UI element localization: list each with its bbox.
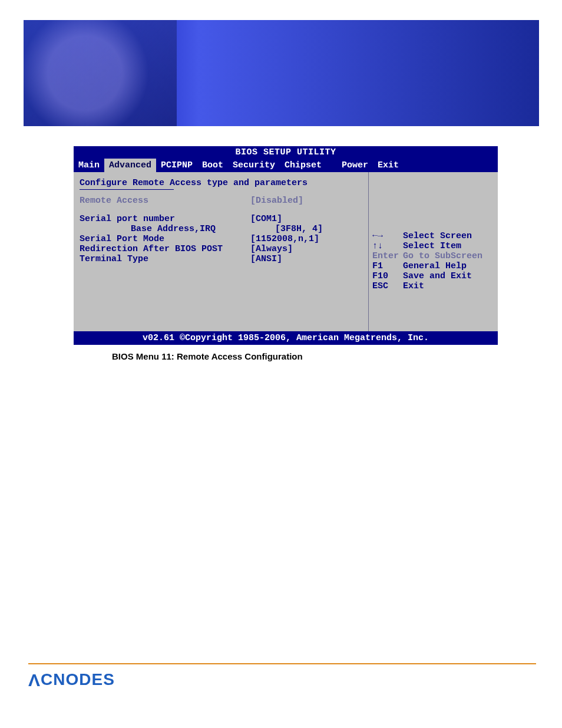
setting-base-address-irq: Base Address,IRQ [3F8H, 4] bbox=[80, 224, 362, 234]
help-text: Exit bbox=[403, 281, 424, 291]
help-exit: ESC Exit bbox=[372, 281, 494, 291]
setting-value: [1152008,n,1] bbox=[250, 234, 319, 244]
brand-name: CNODES bbox=[41, 670, 115, 689]
setting-redirection-after-post[interactable]: Redirection After BIOS POST [Always] bbox=[80, 244, 362, 254]
caption-text: BIOS Menu 11: Remote Access Configuratio… bbox=[112, 351, 303, 361]
tab-main[interactable]: Main bbox=[74, 159, 104, 172]
tab-exit[interactable]: Exit bbox=[373, 159, 404, 172]
brand-logo: ΛCNODES bbox=[28, 670, 115, 690]
help-text: Select Item bbox=[403, 241, 461, 251]
help-enter-subscreen: Enter Go to SubScreen bbox=[372, 251, 494, 261]
setting-label: Serial port number bbox=[80, 214, 250, 224]
page-header-banner bbox=[24, 20, 539, 126]
help-key: Enter bbox=[372, 251, 403, 261]
bios-help-panel: ←→ Select Screen ↑↓ Select Item Enter Go… bbox=[368, 172, 498, 331]
tab-pcipnp[interactable]: PCIPNP bbox=[156, 159, 197, 172]
tab-power[interactable]: Power bbox=[337, 159, 373, 172]
setting-label: Remote Access bbox=[80, 196, 250, 206]
heading-underline bbox=[80, 189, 174, 190]
help-key: ESC bbox=[372, 281, 403, 291]
circuit-graphic bbox=[24, 20, 177, 126]
bios-settings-panel: Configure Remote Access type and paramet… bbox=[74, 172, 368, 331]
tab-boot[interactable]: Boot bbox=[197, 159, 228, 172]
setting-label: Redirection After BIOS POST bbox=[80, 244, 250, 254]
figure-caption: BIOS Menu 11: Remote Access Configuratio… bbox=[112, 351, 303, 361]
setting-label: Serial Port Mode bbox=[80, 234, 250, 244]
bios-title: BIOS SETUP UTILITY bbox=[74, 146, 498, 159]
footer-divider bbox=[28, 663, 536, 664]
help-text: General Help bbox=[403, 261, 467, 271]
help-key: ↑↓ bbox=[372, 241, 403, 251]
setting-value: [ANSI] bbox=[250, 254, 282, 264]
setting-label: Terminal Type bbox=[80, 254, 250, 264]
help-key: F10 bbox=[372, 271, 403, 281]
bios-footer: v02.61 ©Copyright 1985-2006, American Me… bbox=[74, 331, 498, 345]
setting-remote-access[interactable]: Remote Access [Disabled] bbox=[80, 196, 362, 206]
help-text: Go to SubScreen bbox=[403, 251, 482, 261]
logo-mark-icon: Λ bbox=[28, 670, 41, 690]
setting-value: [COM1] bbox=[250, 214, 282, 224]
setting-label: Base Address,IRQ bbox=[80, 224, 275, 234]
tab-chipset[interactable]: Chipset bbox=[280, 159, 326, 172]
help-key: F1 bbox=[372, 261, 403, 271]
setting-value: [Disabled] bbox=[250, 196, 303, 206]
setting-serial-port-mode[interactable]: Serial Port Mode [1152008,n,1] bbox=[80, 234, 362, 244]
help-text: Select Screen bbox=[403, 231, 472, 241]
setting-value: [3F8H, 4] bbox=[275, 224, 323, 234]
section-heading: Configure Remote Access type and paramet… bbox=[80, 178, 362, 188]
help-general-help: F1 General Help bbox=[372, 261, 494, 271]
help-key: ←→ bbox=[372, 231, 403, 241]
help-list: ←→ Select Screen ↑↓ Select Item Enter Go… bbox=[372, 231, 494, 291]
setting-serial-port-number[interactable]: Serial port number [COM1] bbox=[80, 214, 362, 224]
bios-tab-bar: Main Advanced PCIPNP Boot Security Chips… bbox=[74, 159, 498, 172]
tab-advanced[interactable]: Advanced bbox=[104, 159, 156, 172]
bios-body: Configure Remote Access type and paramet… bbox=[74, 172, 498, 331]
bios-screenshot: BIOS SETUP UTILITY Main Advanced PCIPNP … bbox=[74, 146, 498, 345]
help-save-exit: F10 Save and Exit bbox=[372, 271, 494, 281]
setting-terminal-type[interactable]: Terminal Type [ANSI] bbox=[80, 254, 362, 264]
help-select-item: ↑↓ Select Item bbox=[372, 241, 494, 251]
setting-value: [Always] bbox=[250, 244, 293, 254]
help-text: Save and Exit bbox=[403, 271, 472, 281]
tab-security[interactable]: Security bbox=[228, 159, 280, 172]
help-select-screen: ←→ Select Screen bbox=[372, 231, 494, 241]
